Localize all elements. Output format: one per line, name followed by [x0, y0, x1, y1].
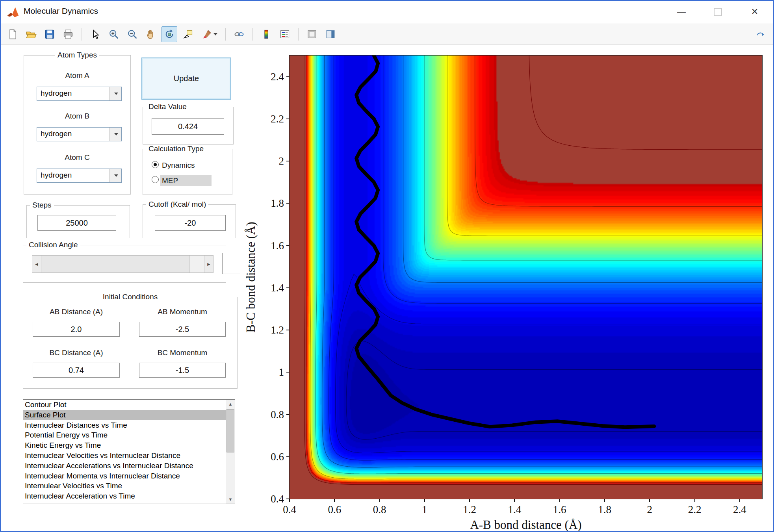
slider-right-arrow[interactable]: ► — [204, 256, 213, 272]
y-tick-label: 1.4 — [271, 282, 284, 294]
collision-angle-slider[interactable]: ◄ ► — [32, 255, 213, 273]
matlab-logo-icon — [6, 6, 20, 19]
plot-type-list: Contour PlotSurface PlotInternuclear Dis… — [23, 400, 226, 504]
radio-dynamics[interactable] — [152, 161, 159, 168]
surface-canvas[interactable] — [290, 56, 762, 499]
save-button[interactable] — [42, 26, 58, 42]
bc-distance-field[interactable]: 0.74 — [33, 363, 120, 378]
atom-a-select-button[interactable] — [110, 87, 121, 100]
x-axis-label: A-B bond distance (Å) — [470, 518, 581, 532]
list-item[interactable]: Potential Energy vs Time — [23, 430, 226, 440]
brush-dropdown-caret[interactable] — [213, 33, 217, 35]
show-plot-tools-button[interactable] — [323, 26, 338, 42]
x-tick-label: 1.4 — [508, 504, 522, 516]
y-tick-mark — [286, 287, 290, 288]
bc-distance-label: BC Distance (A) — [33, 348, 120, 357]
zoom-out-button[interactable] — [124, 26, 140, 42]
open-folder-button[interactable] — [23, 26, 39, 42]
list-item[interactable]: Internuclear Distances vs Time — [23, 420, 226, 430]
brush-button[interactable] — [199, 26, 220, 42]
bc-momentum-label: BC Momentum — [139, 348, 226, 357]
insert-legend-button[interactable] — [277, 26, 293, 42]
radio-mep[interactable] — [152, 176, 159, 183]
y-tick-mark — [286, 372, 290, 373]
collision-angle-edit[interactable] — [222, 253, 240, 274]
insert-colorbar-button[interactable] — [258, 26, 274, 42]
x-tick-label: 1.8 — [598, 504, 611, 516]
print-icon — [63, 29, 74, 40]
hide-plot-tools-button[interactable] — [304, 26, 320, 42]
x-tick-label: 0.4 — [283, 504, 296, 516]
ab-distance-label: AB Distance (A) — [33, 308, 120, 316]
pan-button[interactable] — [143, 26, 159, 42]
list-scrollbar[interactable]: ▲ ▼ — [226, 400, 235, 504]
list-item[interactable]: Kinetic Energy vs Time — [23, 440, 226, 450]
calculation-type-title: Calculation Type — [146, 145, 206, 153]
list-item[interactable]: Surface Plot — [23, 410, 226, 420]
update-button[interactable]: Update — [141, 57, 231, 100]
new-file-icon — [7, 29, 18, 40]
print-button[interactable] — [60, 26, 76, 42]
x-tick-mark — [649, 499, 650, 502]
y-tick-label: 2.2 — [271, 113, 284, 125]
minimize-button[interactable]: — — [670, 1, 693, 23]
delta-value-field[interactable]: 0.424 — [152, 118, 224, 135]
data-cursor-icon — [182, 29, 193, 40]
steps-field[interactable]: 25000 — [37, 215, 116, 231]
x-tick-mark — [469, 499, 470, 502]
maximize-button[interactable] — [706, 1, 729, 23]
y-tick-mark — [286, 456, 290, 457]
x-tick-mark — [334, 499, 335, 502]
list-item[interactable]: Internulear Velocities vs Time — [23, 481, 226, 491]
ab-distance-field[interactable]: 2.0 — [33, 322, 120, 337]
cutoff-field[interactable]: -20 — [155, 215, 226, 231]
list-item[interactable]: Internuclear Accelerations vs Internucle… — [23, 461, 226, 471]
scroll-up-button[interactable]: ▲ — [226, 400, 235, 408]
dock-figure-button[interactable] — [753, 26, 768, 42]
ab-momentum-label: AB Momentum — [139, 308, 226, 316]
link-plot-button[interactable] — [231, 26, 247, 42]
scrollbar-thumb[interactable] — [226, 409, 234, 452]
delta-value-panel: Delta Value 0.424 — [143, 107, 234, 145]
new-file-button[interactable] — [5, 26, 20, 42]
list-item[interactable]: Internuclear Momenta vs Internuclear Dis… — [23, 471, 226, 481]
plot-area[interactable]: A-B bond distance (Å) B-C bond distance … — [289, 55, 763, 499]
delta-value-title: Delta Value — [146, 102, 189, 111]
y-tick-mark — [286, 203, 290, 204]
list-item[interactable]: Internuclear Acceleration vs Time — [23, 491, 226, 501]
cursor-button[interactable] — [87, 26, 103, 42]
app-window: Molecular Dynamics — ✕ — [0, 0, 774, 532]
y-tick-label: 0.8 — [271, 408, 284, 421]
atom-types-panel: Atom Types Atom A hydrogen Atom B hydrog… — [24, 55, 131, 195]
bc-momentum-field[interactable]: -1.5 — [139, 363, 226, 378]
toolbar-separator — [298, 28, 299, 41]
atom-c-select[interactable]: hydrogen — [37, 169, 122, 183]
slider-left-arrow[interactable]: ◄ — [32, 256, 41, 272]
data-cursor-button[interactable] — [180, 26, 196, 42]
y-axis-label: B-C bond distance (Å) — [244, 269, 258, 285]
scroll-down-button[interactable]: ▼ — [226, 495, 235, 504]
list-item[interactable]: Internuclear Velocities vs Internuclear … — [23, 450, 226, 461]
atom-c-select-button[interactable] — [110, 169, 121, 182]
chevron-down-icon — [114, 133, 118, 135]
x-tick-mark — [379, 499, 380, 502]
atom-b-select[interactable]: hydrogen — [37, 127, 122, 141]
atom-a-select[interactable]: hydrogen — [37, 87, 122, 101]
y-tick-mark — [286, 119, 290, 119]
title-bar: Molecular Dynamics — ✕ — [1, 1, 773, 24]
dock-figure-icon — [755, 29, 766, 40]
ab-momentum-field[interactable]: -2.5 — [139, 322, 226, 337]
y-tick-label: 1.2 — [271, 324, 284, 336]
plot-type-listbox[interactable]: Contour PlotSurface PlotInternuclear Dis… — [23, 399, 235, 504]
collision-angle-panel: Collision Angle ◄ ► — [23, 245, 226, 283]
atom-b-select-button[interactable] — [110, 128, 121, 141]
slider-thumb[interactable] — [41, 256, 189, 272]
x-tick-label: 2.4 — [733, 504, 746, 516]
x-tick-mark — [694, 499, 695, 502]
close-button[interactable]: ✕ — [743, 1, 766, 23]
y-tick-label: 2 — [279, 155, 284, 167]
rotate-3d-button[interactable] — [161, 26, 177, 42]
zoom-in-button[interactable] — [106, 26, 122, 42]
list-item[interactable]: Internuclear Momentum vs Time — [23, 501, 226, 504]
list-item[interactable]: Contour Plot — [23, 400, 226, 410]
